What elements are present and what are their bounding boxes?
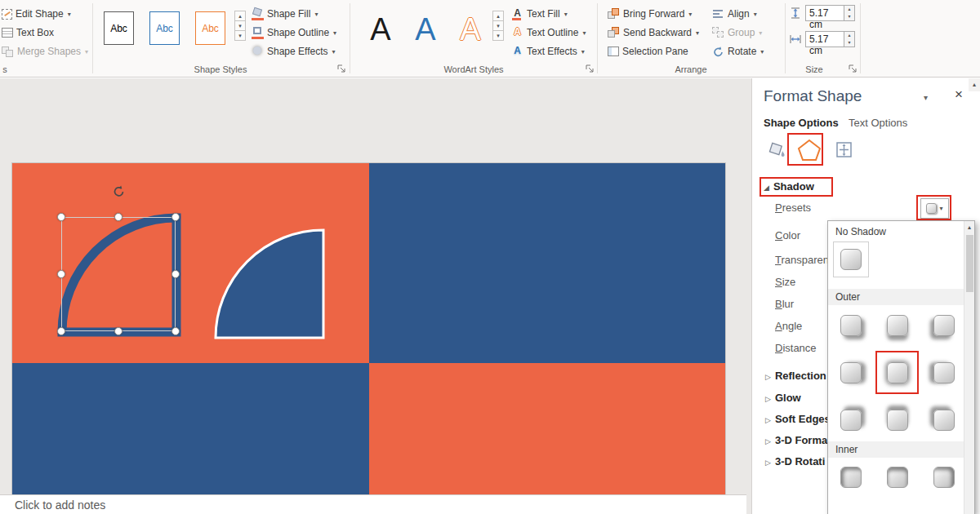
- align-label: Align: [728, 8, 750, 20]
- size-properties-button[interactable]: [831, 137, 860, 163]
- dropdown-scrollbar[interactable]: ▴: [964, 221, 974, 514]
- selection-pane-label: Selection Pane: [622, 46, 688, 57]
- pane-close-icon[interactable]: ×: [955, 86, 963, 103]
- width-spin-up-icon[interactable]: ▴: [844, 32, 854, 39]
- rotate-button[interactable]: Rotate ▾: [712, 42, 764, 60]
- 3d-rotation-section-header[interactable]: ▷3-D Rotati: [765, 455, 825, 467]
- group-objects-icon: [712, 27, 724, 39]
- text-effects-button[interactable]: A Text Effects ▾: [511, 42, 585, 60]
- send-backward-label: Send Backward: [623, 27, 692, 38]
- selection-handle-middle-right[interactable]: [172, 270, 180, 278]
- blue-quarter-circle-shape[interactable]: [216, 230, 323, 338]
- tab-text-options[interactable]: Text Options: [849, 117, 907, 129]
- bring-forward-button[interactable]: Bring Forward ▾: [608, 5, 692, 23]
- align-button[interactable]: Align ▾: [712, 5, 757, 23]
- text-box-label: Text Box: [16, 27, 54, 38]
- preset-inner-top-right[interactable]: [926, 459, 962, 495]
- text-outline-button[interactable]: A Text Outline ▾: [511, 24, 586, 42]
- width-spin-down-icon[interactable]: ▾: [844, 39, 854, 47]
- pane-title: Format Shape: [764, 87, 862, 105]
- text-effects-label: Text Effects: [527, 46, 577, 57]
- shadow-section-header[interactable]: ◢Shadow: [764, 180, 814, 193]
- shape-outline-button[interactable]: Shape Outline ▾: [252, 24, 336, 42]
- glow-section-header[interactable]: ▷Glow: [765, 392, 801, 404]
- scroll-up-icon[interactable]: ▴: [964, 221, 974, 233]
- height-spin-down-icon[interactable]: ▾: [844, 13, 854, 20]
- preset-no-shadow[interactable]: [833, 241, 869, 277]
- collapsed-triangle-icon: ▷: [765, 437, 771, 445]
- group-separator: [350, 3, 350, 73]
- preset-inner-top-left[interactable]: [833, 459, 869, 495]
- selection-handle-middle-left[interactable]: [57, 270, 65, 278]
- selection-handle-top-right[interactable]: [172, 213, 180, 221]
- preset-inner-top[interactable]: [880, 459, 915, 495]
- selected-quarter-arc-shape[interactable]: [62, 218, 176, 332]
- text-box-button[interactable]: Text Box: [2, 24, 54, 42]
- shape-style-preset-3[interactable]: Abc: [195, 11, 225, 45]
- arrange-group-label: Arrange: [653, 64, 728, 74]
- shape-width-stepper[interactable]: ▴ ▾: [844, 31, 855, 47]
- shadow-presets-dropdown-button[interactable]: ▾: [920, 198, 949, 219]
- selection-handle-bottom-center[interactable]: [114, 327, 122, 335]
- group-separator: [597, 3, 598, 73]
- shape-style-preset-1[interactable]: Abc: [104, 11, 134, 45]
- text-fill-button[interactable]: A Text Fill ▾: [511, 5, 568, 23]
- preset-outer-bottom-left[interactable]: [926, 308, 962, 343]
- shape-height-input[interactable]: 5.17 cm: [805, 5, 844, 21]
- shape-styles-group-label: Shape Styles: [172, 64, 270, 74]
- wordart-style-1[interactable]: A: [363, 10, 399, 49]
- edit-shape-button[interactable]: Edit Shape ▾: [2, 5, 71, 23]
- preset-outer-top-left[interactable]: [926, 402, 962, 438]
- shape-style-preset-2[interactable]: Abc: [149, 11, 180, 45]
- scrollbar-thumb[interactable]: [966, 235, 973, 292]
- wordart-style-2[interactable]: A: [408, 10, 443, 49]
- notes-placeholder[interactable]: Click to add notes: [0, 494, 746, 514]
- text-fill-icon: A: [511, 8, 523, 20]
- selection-handle-top-center[interactable]: [114, 213, 122, 221]
- height-spin-up-icon[interactable]: ▴: [844, 6, 854, 13]
- fill-line-button[interactable]: [762, 137, 791, 163]
- preset-outer-bottom[interactable]: [880, 308, 915, 343]
- selection-handle-bottom-left[interactable]: [57, 327, 65, 335]
- merge-shapes-button[interactable]: Merge Shapes ▾: [2, 42, 88, 60]
- effects-button[interactable]: [795, 137, 824, 163]
- shape-fill-label: Shape Fill: [267, 8, 310, 20]
- wordart-styles-dialog-launcher[interactable]: [585, 64, 595, 73]
- selection-pane-button[interactable]: Selection Pane: [608, 42, 688, 60]
- tab-shape-options[interactable]: Shape Options: [764, 117, 839, 129]
- soft-edges-section-header[interactable]: ▷Soft Edges: [765, 413, 831, 425]
- gallery-more-button[interactable]: ▾: [492, 30, 504, 41]
- preset-outer-center[interactable]: [880, 355, 915, 391]
- no-shadow-thumb-icon: [840, 249, 862, 270]
- reflection-section-header[interactable]: ▷Reflection: [765, 370, 826, 382]
- pane-scroll-up-icon[interactable]: ▴: [969, 78, 980, 91]
- edit-shape-label: Edit Shape: [16, 8, 64, 20]
- size-dialog-launcher[interactable]: [848, 64, 858, 73]
- rotate-handle-icon[interactable]: [112, 184, 126, 202]
- inner-section-label: Inner: [828, 441, 964, 458]
- send-backward-button[interactable]: Send Backward ▾: [608, 24, 699, 42]
- selection-handle-bottom-right[interactable]: [172, 327, 180, 335]
- shape-fill-button[interactable]: Shape Fill ▾: [252, 5, 318, 23]
- preset-outer-top[interactable]: [880, 402, 915, 438]
- group-button[interactable]: Group ▾: [712, 24, 762, 42]
- chevron-down-icon: ▾: [581, 48, 585, 55]
- wordart-style-3[interactable]: A: [452, 10, 488, 49]
- edit-shape-icon: [2, 9, 12, 20]
- preset-outer-top-right[interactable]: [833, 402, 869, 438]
- pane-options-chevron-icon[interactable]: ▾: [924, 93, 928, 102]
- gallery-more-button[interactable]: ▾: [234, 30, 246, 41]
- preset-outer-left[interactable]: [926, 355, 962, 391]
- selection-handle-top-left[interactable]: [57, 213, 65, 221]
- shape-width-input[interactable]: 5.17 cm: [805, 31, 844, 47]
- preset-outer-bottom-right[interactable]: [833, 308, 869, 343]
- preset-outer-right[interactable]: [833, 355, 869, 391]
- collapsed-triangle-icon: ▷: [765, 373, 771, 381]
- distance-label: Distance: [775, 342, 817, 354]
- shape-styles-dialog-launcher[interactable]: [336, 64, 346, 73]
- 3d-format-section-header[interactable]: ▷3-D Forma: [765, 434, 827, 446]
- shape-height-stepper[interactable]: ▴ ▾: [844, 5, 855, 21]
- text-outline-label: Text Outline: [527, 27, 578, 38]
- group-separator: [860, 3, 861, 73]
- shape-effects-button[interactable]: Shape Effects ▾: [252, 42, 336, 60]
